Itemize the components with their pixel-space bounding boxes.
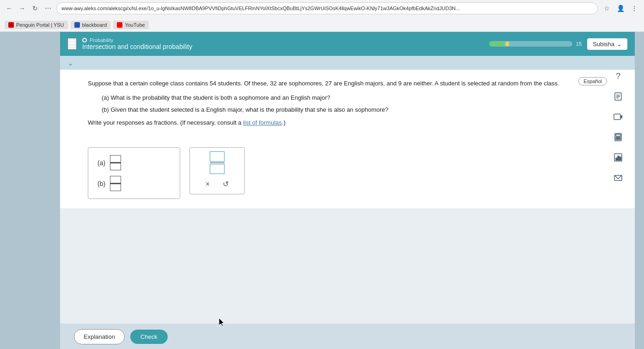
progress-count: 15	[576, 41, 582, 47]
video-icon[interactable]	[611, 109, 626, 124]
svg-rect-13	[619, 139, 620, 140]
extensions-button[interactable]: ⋯	[43, 4, 53, 13]
tab-favicon-youtube	[117, 22, 122, 28]
breadcrumb-parent: Probability	[90, 37, 113, 43]
calculator-icon[interactable]	[611, 130, 626, 144]
tab-favicon-penguin	[8, 22, 14, 28]
fraction-b-denominator[interactable]	[110, 184, 121, 191]
browser-toolbar: ← → ↻ ⋯ www-awy.aleks.com/alekscgi/x/lsl…	[0, 0, 644, 17]
breadcrumb-area: Probability Intersection and conditional…	[82, 37, 484, 50]
tab-label-youtube: YouTube	[125, 22, 145, 28]
progress-bar-area: 15	[489, 41, 582, 47]
formula-link[interactable]: list of formulas	[243, 119, 282, 126]
aleks-panel: ☰ Probability Intersection and condition…	[60, 32, 635, 349]
collapse-bar: ⌄	[60, 56, 635, 70]
fraction-input-b[interactable]	[110, 176, 121, 191]
browser-chrome: ← → ↻ ⋯ www-awy.aleks.com/alekscgi/x/lsl…	[0, 0, 644, 32]
collapse-button[interactable]: ⌄	[67, 59, 73, 67]
frac-denominator-box[interactable]	[210, 164, 225, 174]
fraction-input-a[interactable]	[110, 155, 121, 170]
chart-icon[interactable]	[611, 150, 626, 165]
more-icon[interactable]: ⋮	[629, 3, 639, 13]
fraction-a-denominator[interactable]	[110, 163, 121, 170]
hamburger-button[interactable]: ☰	[67, 38, 77, 50]
tab-youtube[interactable]: YouTube	[113, 21, 148, 29]
notepad-icon[interactable]	[611, 89, 626, 104]
svg-rect-4	[614, 114, 620, 120]
question-text: Suppose that a certain college class con…	[88, 79, 616, 89]
fraction-b-numerator[interactable]	[110, 176, 121, 183]
main-content: ☰ Probability Intersection and condition…	[0, 32, 644, 349]
answer-row-b: (b)	[97, 176, 170, 191]
tab-favicon-blackboard	[74, 22, 80, 28]
svg-rect-12	[618, 139, 619, 140]
fraction-a-numerator[interactable]	[110, 155, 121, 162]
frac-divider	[210, 162, 225, 163]
mail-icon[interactable]	[611, 170, 626, 185]
check-button[interactable]: Check	[130, 330, 168, 344]
svg-rect-11	[616, 139, 617, 140]
question-area: Español Suppose that a certain college c…	[60, 70, 635, 143]
svg-rect-10	[619, 137, 620, 138]
breadcrumb-circle	[82, 38, 87, 42]
right-sidebar: ?	[611, 69, 626, 185]
fraction-editor-buttons: × ↺	[202, 178, 232, 190]
bottom-bar: Explanation Check	[60, 324, 635, 349]
star-icon[interactable]: ☆	[601, 3, 612, 13]
fraction-editor-popup: × ↺	[189, 147, 245, 194]
svg-rect-16	[618, 156, 619, 160]
aleks-header: ☰ Probability Intersection and condition…	[60, 32, 635, 56]
chevron-down-icon: ⌄	[617, 41, 622, 48]
svg-rect-7	[616, 134, 620, 136]
progress-empty	[510, 42, 572, 46]
reload-button[interactable]: ↻	[30, 4, 40, 13]
forward-button[interactable]: →	[18, 4, 27, 13]
tab-blackboard[interactable]: blackboard	[71, 21, 111, 29]
write-instruction: Write your responses as fractions. (If n…	[88, 119, 616, 126]
svg-rect-15	[616, 158, 617, 160]
user-menu-button[interactable]: Subisha ⌄	[587, 38, 627, 50]
progress-filled	[490, 42, 504, 46]
question-part-b: (b) Given that the student selected is a…	[102, 105, 616, 115]
part-a-label: (a)	[97, 159, 105, 167]
progress-current	[505, 42, 509, 46]
breadcrumb: Probability	[82, 37, 484, 43]
user-name: Subisha	[593, 41, 614, 48]
tabs-bar: Penguin Portal | YSU blackboard YouTube	[0, 17, 644, 31]
svg-rect-17	[620, 157, 621, 160]
tab-label-blackboard: blackboard	[82, 22, 107, 28]
back-button[interactable]: ←	[5, 4, 14, 13]
question-part-a: (a) What is the probability that the stu…	[102, 93, 616, 103]
part-b-label: (b)	[97, 180, 105, 187]
address-bar[interactable]: www-awy.aleks.com/alekscgi/x/lsl.exe/1o_…	[56, 2, 598, 14]
answer-row-a: (a)	[97, 155, 170, 170]
tab-label-penguin: Penguin Portal | YSU	[16, 22, 64, 28]
browser-icons: ☆ 👤 ⋮	[601, 3, 639, 13]
answer-input-box: (a) (b)	[88, 147, 180, 199]
svg-rect-8	[616, 137, 617, 138]
fraction-reset-button[interactable]: ↺	[219, 178, 232, 190]
tab-penguin[interactable]: Penguin Portal | YSU	[5, 21, 68, 29]
frac-numerator-box[interactable]	[210, 151, 225, 162]
espanol-button[interactable]: Español	[578, 77, 607, 85]
url-text: www-awy.aleks.com/alekscgi/x/lsl.exe/1o_…	[61, 6, 460, 11]
svg-rect-9	[618, 137, 619, 138]
explanation-button[interactable]: Explanation	[74, 329, 125, 344]
profile-icon[interactable]: 👤	[615, 3, 626, 13]
help-icon[interactable]: ?	[611, 69, 626, 84]
fraction-clear-button[interactable]: ×	[202, 178, 213, 190]
progress-bar	[489, 41, 572, 47]
answer-section: (a) (b)	[60, 143, 635, 208]
page-title: Intersection and conditional probability	[82, 43, 484, 50]
fraction-display	[210, 151, 225, 174]
